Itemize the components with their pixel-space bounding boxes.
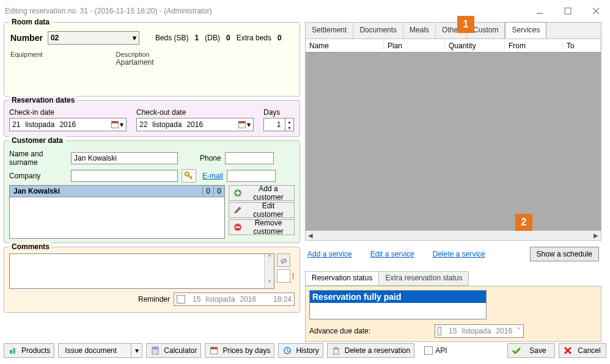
email-input[interactable]: [227, 170, 276, 182]
lookup-button[interactable]: [182, 169, 196, 183]
checkin-date-input[interactable]: 21 listopada 2016 ▾: [9, 118, 127, 131]
services-table-body: [306, 53, 601, 230]
comment-checkbox[interactable]: [277, 269, 290, 283]
cancel-button[interactable]: Cancel: [559, 343, 606, 358]
reminder-label: Reminder: [138, 295, 170, 304]
name-surname-label: Name and surname: [9, 150, 67, 167]
customer-list[interactable]: Jan Kowalski 0 0: [9, 185, 225, 239]
dropdown-icon[interactable]: ▾: [131, 343, 142, 358]
calendar-icon: [209, 346, 219, 355]
services-table-header: Name Plan Quantity From To: [306, 39, 601, 53]
remove-customer-button[interactable]: Remove customer: [229, 219, 295, 235]
dropdown-icon: ▾: [133, 34, 136, 42]
room-data-legend: Room data: [9, 18, 52, 26]
calculator-button[interactable]: Calculator: [146, 343, 201, 358]
api-label: API: [435, 346, 447, 355]
beds-sb-label: Beds (SB): [155, 34, 189, 42]
svg-line-6: [191, 177, 192, 178]
annotation-1: 1: [457, 16, 474, 33]
tab-documents[interactable]: Documents: [353, 23, 403, 38]
close-button[interactable]: [582, 0, 610, 22]
minus-icon: [233, 222, 243, 232]
delete-service-link[interactable]: Delete a service: [433, 250, 485, 258]
extra-beds-value: 0: [277, 34, 282, 42]
col-from[interactable]: From: [505, 42, 563, 50]
history-icon: [282, 346, 292, 355]
api-checkbox-row[interactable]: API: [424, 346, 447, 355]
edit-icon: [233, 205, 243, 215]
svg-rect-12: [281, 259, 287, 263]
phone-label: Phone: [200, 154, 221, 162]
calculator-icon: [150, 346, 160, 355]
tab-settlement[interactable]: Settlement: [306, 23, 353, 38]
svg-rect-13: [10, 350, 12, 354]
reminder-checkbox[interactable]: [177, 295, 185, 304]
room-data-panel: Room data Number 02 ▾ Beds (SB) 1 (DB) 0…: [4, 22, 300, 96]
trash-icon: [331, 346, 341, 355]
minimize-button[interactable]: [526, 0, 554, 22]
warning-icon: !: [292, 271, 295, 281]
reservation-status-panel: Reservation fully paid Advance due date:…: [305, 286, 601, 342]
delete-reservation-button[interactable]: Delete a reservation: [327, 343, 414, 358]
eraser-button[interactable]: [277, 253, 290, 267]
svg-rect-14: [13, 348, 15, 354]
beds-db-value: 0: [226, 34, 230, 42]
add-service-link[interactable]: Add a service: [307, 250, 352, 258]
history-button[interactable]: History: [278, 343, 323, 358]
room-number-value: 02: [51, 34, 59, 42]
tab-services[interactable]: Services: [505, 22, 546, 38]
company-label: Company: [9, 172, 67, 180]
description-label: Description: [116, 51, 154, 58]
comments-textarea[interactable]: ˄˅: [9, 253, 274, 289]
advance-due-label: Advance due date:: [309, 327, 370, 335]
company-input[interactable]: [71, 170, 178, 182]
annotation-2: 2: [515, 214, 532, 231]
add-customer-button[interactable]: Add a customer: [229, 185, 295, 201]
dropdown-icon: ▾: [247, 120, 251, 129]
customer-list-selected-row[interactable]: Jan Kowalski 0 0: [9, 185, 225, 197]
col-to[interactable]: To: [563, 42, 601, 50]
edit-service-link[interactable]: Edit a service: [370, 250, 414, 258]
edit-customer-button[interactable]: Edit customer: [229, 202, 295, 218]
phone-input[interactable]: [225, 152, 274, 164]
reminder-date-input[interactable]: 15 listopada 2016 18:24: [174, 293, 295, 306]
advance-checkbox[interactable]: [438, 327, 441, 335]
svg-rect-16: [153, 348, 158, 349]
status-list[interactable]: Reservation fully paid: [309, 290, 487, 319]
prices-by-days-button[interactable]: Prices by days: [205, 343, 274, 358]
col-plan[interactable]: Plan: [384, 42, 445, 50]
col-quantity[interactable]: Quantity: [445, 42, 505, 50]
calendar-icon: [111, 121, 119, 128]
horizontal-scrollbar[interactable]: ◀▶: [306, 230, 601, 240]
issue-document-button[interactable]: Issue document ▾: [58, 343, 142, 358]
products-button[interactable]: Products: [4, 343, 54, 358]
name-surname-input[interactable]: Jan Kowalski: [71, 152, 178, 164]
customer-data-legend: Customer data: [9, 136, 65, 145]
products-icon: [8, 346, 18, 355]
email-link[interactable]: E-mail: [202, 172, 223, 180]
services-panel: Name Plan Quantity From To ◀▶: [305, 39, 601, 241]
checkout-date-input[interactable]: 22 listopada 2016 ▾: [136, 118, 254, 131]
status-selected-item: Reservation fully paid: [310, 291, 486, 303]
comments-legend: Comments: [9, 242, 52, 251]
days-input[interactable]: 1 ▲▼: [263, 118, 294, 131]
tab-reservation-status[interactable]: Reservation status: [305, 271, 379, 286]
maximize-button[interactable]: [554, 0, 582, 22]
days-spinner[interactable]: ▲▼: [285, 118, 293, 131]
svg-rect-1: [565, 8, 571, 14]
scrollbar[interactable]: ˄˅: [264, 254, 274, 288]
right-tab-bar: Settlement Documents Meals Other Custom …: [305, 22, 601, 39]
save-button[interactable]: Save: [507, 343, 555, 358]
beds-db-label: (DB): [205, 34, 220, 42]
extra-beds-label: Extra beds: [237, 34, 271, 42]
tab-meals[interactable]: Meals: [403, 23, 436, 38]
show-schedule-button[interactable]: Show a schedule: [530, 247, 599, 261]
customer-data-panel: Customer data Name and surname Jan Kowal…: [4, 140, 300, 243]
tab-extra-reservation-status[interactable]: Extra reservation status: [378, 271, 469, 286]
api-checkbox[interactable]: [424, 346, 433, 355]
col-name[interactable]: Name: [306, 42, 384, 50]
checkin-label: Check-in date: [9, 108, 127, 117]
reservation-dates-legend: Reservation dates: [9, 96, 77, 104]
advance-due-date-input[interactable]: 15 listopada 2016 ˅: [435, 324, 524, 338]
room-number-select[interactable]: 02 ▾: [48, 31, 139, 45]
